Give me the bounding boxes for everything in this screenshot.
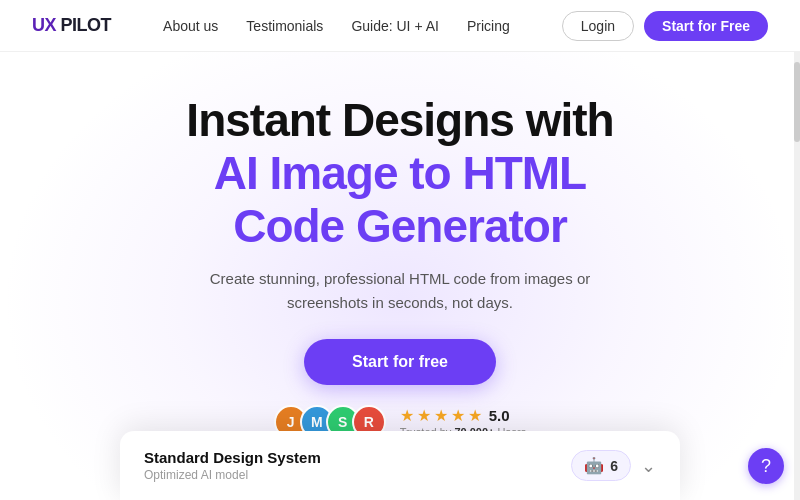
card-title: Standard Design System	[144, 449, 321, 466]
star-1: ★	[400, 406, 414, 425]
scrollbar-thumb[interactable]	[794, 62, 800, 142]
scrollbar[interactable]	[794, 52, 800, 500]
star-2: ★	[417, 406, 431, 425]
hero-title-line2: AI Image to HTML	[186, 147, 613, 200]
logo-ux: UX	[32, 15, 56, 35]
star-4: ★	[451, 406, 465, 425]
bottom-card-wrapper: Standard Design System Optimized AI mode…	[120, 431, 680, 500]
nav-about[interactable]: About us	[163, 18, 218, 34]
navbar: UX PILOT About us Testimonials Guide: UI…	[0, 0, 800, 52]
model-count: 6	[610, 458, 618, 474]
card-right: 🤖 6 ⌄	[571, 450, 656, 481]
expand-button[interactable]: ⌄	[641, 455, 656, 477]
star-5: ★	[468, 406, 482, 425]
help-button[interactable]: ?	[748, 448, 784, 484]
logo-pilot: PILOT	[56, 15, 111, 35]
card-left: Standard Design System Optimized AI mode…	[144, 449, 321, 482]
nav-pricing[interactable]: Pricing	[467, 18, 510, 34]
hero-section: Instant Designs with AI Image to HTML Co…	[0, 52, 800, 439]
start-for-free-button[interactable]: Start for Free	[644, 11, 768, 41]
model-badge[interactable]: 🤖 6	[571, 450, 631, 481]
logo[interactable]: UX PILOT	[32, 15, 111, 36]
hero-title-line3: Code Generator	[186, 200, 613, 253]
hero-cta-button[interactable]: Start for free	[304, 339, 496, 385]
nav-links: About us Testimonials Guide: UI + AI Pri…	[163, 18, 510, 34]
trust-rating: 5.0	[489, 407, 510, 424]
bottom-card: Standard Design System Optimized AI mode…	[120, 431, 680, 500]
nav-actions: Login Start for Free	[562, 11, 768, 41]
model-icon: 🤖	[584, 456, 604, 475]
star-3: ★	[434, 406, 448, 425]
hero-title-line1: Instant Designs with	[186, 94, 613, 147]
nav-testimonials[interactable]: Testimonials	[246, 18, 323, 34]
hero-subtitle: Create stunning, professional HTML code …	[190, 267, 610, 315]
help-icon: ?	[761, 456, 771, 477]
login-button[interactable]: Login	[562, 11, 634, 41]
hero-title: Instant Designs with AI Image to HTML Co…	[186, 94, 613, 253]
stars-row: ★ ★ ★ ★ ★ 5.0	[400, 406, 510, 425]
nav-guide[interactable]: Guide: UI + AI	[351, 18, 439, 34]
card-subtitle: Optimized AI model	[144, 468, 321, 482]
